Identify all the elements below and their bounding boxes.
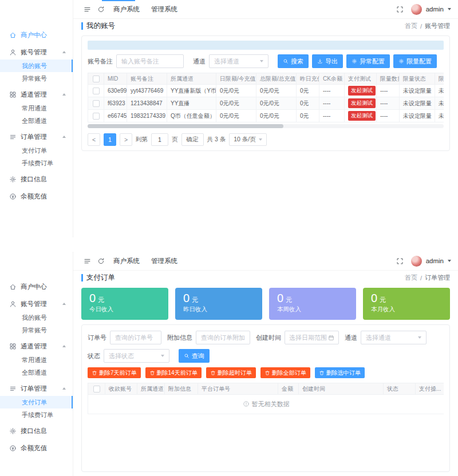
sidebar-item-abnormal-account[interactable]: 异常账号 [0, 324, 73, 336]
row-checkbox[interactable] [93, 113, 100, 120]
user-menu[interactable]: admin [426, 6, 444, 13]
order-no-input[interactable] [110, 331, 161, 344]
cell-pay-test: 发起测试 [345, 97, 377, 110]
row-checkbox[interactable] [93, 100, 100, 107]
tab-admin-system[interactable]: 管理系统 [145, 252, 183, 270]
confirm-page-button[interactable]: 确定 [181, 133, 204, 146]
sidebar-item-fee-order[interactable]: 手续费订单 [0, 157, 73, 169]
menu-toggle-icon[interactable] [80, 252, 94, 270]
home-icon [9, 283, 17, 291]
refresh-icon[interactable] [94, 252, 108, 270]
export-button[interactable]: 导出 [312, 54, 343, 68]
limit-config-button[interactable]: 限量配置 [393, 54, 437, 68]
search-button[interactable]: 搜索 [278, 54, 309, 68]
calendar-icon [328, 335, 334, 341]
select-all-checkbox[interactable] [93, 76, 100, 82]
initiate-test-button[interactable]: 发起测试 [348, 98, 376, 108]
fullscreen-icon[interactable] [393, 6, 407, 13]
sidebar-item-label: 常用通道 [22, 356, 47, 364]
sidebar-item-account-mgmt[interactable]: 账号管理 [0, 296, 73, 311]
breadcrumb: 首页 / 账号管理 [405, 22, 450, 30]
scrollbar-thumb[interactable] [88, 124, 283, 128]
cell-ck: ---- [319, 85, 345, 97]
initiate-test-button[interactable]: 发起测试 [348, 111, 376, 121]
delete-7d-orders-button[interactable]: 删除7天前订单 [88, 367, 141, 378]
remark-input[interactable] [116, 54, 184, 68]
orders-table: 收款账号所属通道附加信息平台订单号金额创建时间状态支付操...暂无相关数据 [88, 383, 444, 414]
order-no-label: 订单号 [88, 334, 106, 342]
sidebar-item-balance-recharge[interactable]: 余额充值 [0, 189, 73, 204]
cell-cut: 未 [435, 97, 444, 110]
sidebar-item-abnormal-account[interactable]: 异常账号 [0, 72, 73, 85]
next-page-button[interactable]: > [120, 133, 132, 146]
sidebar-item-api-info[interactable]: 接口信息 [0, 423, 73, 438]
sidebar-item-channel-mgmt[interactable]: 通道管理 [0, 339, 73, 354]
avatar[interactable] [411, 256, 422, 267]
sidebar-item-merchant-center[interactable]: 商户中心 [0, 27, 73, 42]
sidebar-item-common-channel[interactable]: 常用通道 [0, 354, 73, 366]
channel-select[interactable]: 选择通道 [209, 54, 269, 68]
sidebar-item-account-mgmt[interactable]: 账号管理 [0, 45, 73, 60]
column-header: 账号备注 [127, 73, 167, 85]
tab-admin-system[interactable]: 管理系统 [145, 0, 183, 18]
current-page-button[interactable]: 1 [104, 133, 116, 146]
sidebar-item-order-mgmt[interactable]: 订单管理 [0, 381, 73, 396]
empty-text: 暂无相关数据 [252, 400, 290, 407]
channel-icon [9, 91, 17, 98]
column-header: CK余额 [319, 73, 345, 85]
refresh-icon[interactable] [94, 0, 108, 18]
delete-selected-orders-button[interactable]: 删除选中订单 [315, 367, 365, 378]
tab-merchant-system[interactable]: 商户系统 [108, 0, 145, 18]
chevron-down-icon [259, 138, 262, 141]
status-select[interactable]: 选择状态 [104, 349, 169, 363]
sidebar-item-common-channel[interactable]: 常用通道 [0, 102, 73, 114]
sidebar-item-order-mgmt[interactable]: 订单管理 [0, 129, 73, 144]
sidebar-item-label: 异常账号 [22, 74, 47, 83]
sidebar-item-my-account[interactable]: 我的账号 [0, 311, 73, 324]
query-button[interactable]: 查询 [179, 349, 210, 363]
delete-button-label: 删除全部订单 [272, 369, 306, 377]
sidebar-item-pay-order[interactable]: 支付订单 [0, 396, 73, 408]
channel-select[interactable]: 选择通道 [361, 331, 427, 344]
tab-merchant-system[interactable]: 商户系统 [108, 252, 145, 270]
page-size-select[interactable]: 10 条/页 [229, 133, 267, 146]
row-checkbox[interactable] [93, 88, 100, 94]
user-menu[interactable]: admin [426, 257, 444, 264]
fullscreen-icon[interactable] [393, 257, 407, 265]
sidebar-item-channel-mgmt[interactable]: 通道管理 [0, 87, 73, 102]
date-range-input[interactable]: 选择日期范围 [285, 331, 339, 344]
sidebar-item-my-account[interactable]: 我的账号 [0, 60, 73, 72]
sidebar-item-all-channel[interactable]: 全部通道 [0, 114, 73, 127]
breadcrumb-home[interactable]: 首页 [405, 22, 417, 30]
column-header: 限量状态 [400, 73, 435, 85]
goto-page-input[interactable] [151, 133, 168, 146]
collapse-arrow-icon [62, 136, 66, 138]
sidebar-item-label: 我的账号 [22, 314, 47, 322]
delete-14d-orders-button[interactable]: 删除14天前订单 [145, 367, 202, 378]
sidebar-item-balance-recharge[interactable]: 余额充值 [0, 441, 73, 455]
sidebar-item-fee-order[interactable]: 手续费订单 [0, 408, 73, 421]
column-header: 所属通道 [137, 383, 165, 395]
abnormal-config-button[interactable]: 异常配置 [346, 54, 390, 68]
column-header: 金额 [278, 383, 299, 395]
sidebar-item-pay-order[interactable]: 支付订单 [0, 144, 73, 157]
initiate-test-button[interactable]: 发起测试 [348, 86, 376, 96]
select-all-checkbox[interactable] [93, 386, 100, 392]
sidebar-item-api-info[interactable]: 接口信息 [0, 172, 73, 187]
delete-timeout-orders-button[interactable]: 删除超时订单 [206, 367, 256, 378]
sidebar-item-label: 接口信息 [21, 427, 47, 435]
extra-info-input[interactable] [196, 331, 250, 344]
delete-button-label: 删除选中订单 [326, 369, 361, 377]
sidebar-item-all-channel[interactable]: 全部通道 [0, 366, 73, 379]
sidebar: 商户中心账号管理我的账号异常账号通道管理常用通道全部通道订单管理支付订单手续费订… [0, 0, 73, 237]
row-select-cell [88, 97, 104, 110]
menu-toggle-icon[interactable] [80, 0, 94, 18]
screen-my-account: 商户中心账号管理我的账号异常账号通道管理常用通道全部通道订单管理支付订单手续费订… [0, 0, 458, 237]
breadcrumb-home[interactable]: 首页 [405, 273, 417, 282]
sidebar-item-merchant-center[interactable]: 商户中心 [0, 279, 73, 294]
prev-page-button[interactable]: < [88, 133, 100, 146]
sidebar-item-label: 通道管理 [21, 342, 47, 351]
column-header: MID [104, 73, 127, 85]
avatar[interactable] [411, 4, 422, 15]
delete-all-orders-button[interactable]: 删除全部订单 [260, 367, 310, 378]
